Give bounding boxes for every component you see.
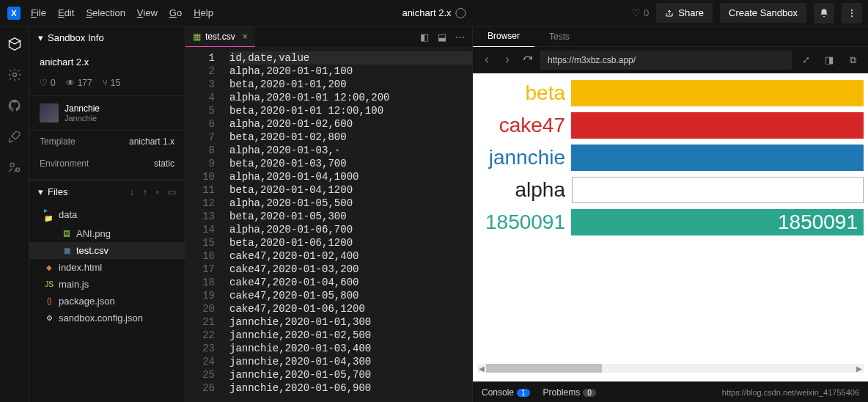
more-icon[interactable] — [842, 3, 862, 23]
file-name: package.json — [59, 296, 115, 307]
horizontal-scrollbar[interactable]: ◀ ▶ — [477, 364, 864, 373]
bar-label: beta — [477, 81, 571, 105]
activity-github-icon[interactable] — [7, 98, 22, 113]
sidebar: ▾ Sandbox Info anichart 2.x ♡ 0 👁 177 ⑂ … — [29, 26, 185, 402]
sandbox-info-header[interactable]: ▾ Sandbox Info — [29, 26, 185, 49]
file-name: main.js — [59, 279, 89, 290]
tab-browser[interactable]: Browser — [473, 26, 534, 47]
preview-newwindow-icon[interactable]: ⧉ — [843, 54, 862, 66]
preview-expand-icon[interactable]: ⤢ — [796, 54, 815, 65]
menu-file[interactable]: File — [31, 7, 46, 18]
split-right-icon[interactable]: ◧ — [420, 32, 429, 43]
svg-point-4 — [10, 163, 14, 167]
activity-rocket-icon[interactable] — [7, 129, 22, 144]
stat-likes: ♡ 0 — [40, 78, 56, 88]
menu-help[interactable]: Help — [194, 7, 213, 18]
bell-icon[interactable] — [814, 3, 834, 23]
file-item-data[interactable]: ▸ 📁data — [29, 203, 185, 225]
file-item-ANI-png[interactable]: 🖼ANI.png — [29, 225, 185, 242]
main: ▾ Sandbox Info anichart 2.x ♡ 0 👁 177 ⑂ … — [0, 26, 868, 402]
preview-frame: betacake47jannchiealpha18500911850091 ◀ … — [473, 73, 868, 381]
files-header[interactable]: ▾ Files ↓ ↑ ▫ ▭ — [29, 180, 185, 203]
project-title[interactable]: anichart 2.x — [402, 7, 466, 18]
menu-selection[interactable]: Selection — [86, 7, 125, 18]
file-icon: {} — [44, 297, 54, 305]
file-item-main-js[interactable]: JSmain.js — [29, 276, 185, 293]
file-item-package-json[interactable]: {}package.json — [29, 293, 185, 310]
share-button[interactable]: Share — [656, 3, 713, 23]
stat-views: 👁 177 — [66, 78, 92, 88]
bar-label: cake47 — [477, 114, 571, 137]
bar-rect — [571, 112, 864, 139]
gutter: 1234567891011121314151617181920212223242… — [185, 47, 221, 402]
project-stats: ♡ 0 👁 177 ⑂ 15 — [29, 75, 185, 96]
preview-bottom-bar: Console1 Problems0 https://blog.csdn.net… — [473, 381, 868, 402]
files-title: Files — [48, 186, 67, 197]
close-icon[interactable]: × — [243, 32, 248, 42]
file-item-index-html[interactable]: ◆index.html — [29, 259, 185, 276]
bar-rect — [571, 145, 864, 171]
chart-area: betacake47jannchiealpha18500911850091 — [477, 79, 864, 236]
bar-label: jannchie — [477, 146, 571, 169]
file-item-sandbox-config-json[interactable]: ⚙sandbox.config.json — [29, 310, 185, 326]
split-bottom-icon[interactable]: ⬓ — [438, 32, 446, 43]
back-icon[interactable] — [479, 52, 495, 68]
menu-go[interactable]: Go — [169, 7, 182, 18]
chevron-down-icon: ▾ — [38, 32, 43, 43]
activity-settings-icon[interactable] — [7, 67, 22, 82]
code-area[interactable]: id,date,valuealpha,2020-01-01,100beta,20… — [221, 47, 472, 402]
author-name: Jannchie — [65, 103, 100, 114]
bar-1850091: 18500911850091 — [477, 208, 864, 236]
menu-view[interactable]: View — [137, 7, 158, 18]
meta-template: Template anichart 1.x — [29, 131, 185, 153]
meta-environment: Environment static — [29, 153, 185, 180]
author-handle: Jannchie — [65, 114, 100, 123]
like-button[interactable]: ♡ 0 — [632, 7, 649, 18]
preview-split-icon[interactable]: ◨ — [820, 54, 839, 65]
file-icon: ◆ — [44, 263, 54, 271]
file-icon: ⚙ — [44, 314, 54, 322]
activity-live-icon[interactable] — [7, 160, 22, 175]
tab-label: test.csv — [205, 32, 235, 42]
bar-label: alpha — [477, 178, 571, 202]
bar-beta: beta — [477, 79, 864, 107]
template-link[interactable]: anichart 1.x — [129, 136, 174, 147]
bar-cake47: cake47 — [477, 112, 864, 139]
console-tab[interactable]: Console1 — [482, 387, 530, 398]
forward-icon[interactable] — [499, 52, 515, 68]
create-sandbox-button[interactable]: Create Sandbox — [720, 3, 806, 23]
logo[interactable]: X — [7, 7, 21, 20]
bar-alpha: alpha — [477, 176, 864, 204]
download-icon[interactable]: ↓ — [130, 187, 134, 197]
file-icon: ▸ 📁 — [44, 206, 54, 222]
menu-edit[interactable]: Edit — [58, 7, 74, 18]
url-input[interactable] — [540, 51, 792, 70]
editor-body[interactable]: 1234567891011121314151617181920212223242… — [185, 47, 472, 402]
bar-rect — [571, 80, 864, 106]
new-folder-icon[interactable]: ▭ — [168, 187, 176, 197]
file-tree: ▸ 📁data🖼ANI.png▦test.csv◆index.htmlJSmai… — [29, 203, 185, 326]
file-name: data — [59, 209, 77, 220]
tab-more-icon[interactable]: ⋯ — [455, 32, 465, 43]
project-name[interactable]: anichart 2.x — [29, 49, 185, 75]
problems-tab[interactable]: Problems0 — [543, 387, 596, 398]
svg-point-1 — [851, 12, 853, 13]
new-file-icon[interactable]: ▫ — [156, 187, 159, 197]
url-bar: ⤢ ◨ ⧉ — [473, 47, 868, 73]
tab-test-csv[interactable]: ▦ test.csv × — [185, 26, 255, 47]
editor-tabs: ▦ test.csv × ◧ ⬓ ⋯ — [185, 26, 472, 47]
activity-info-icon[interactable] — [7, 37, 22, 51]
file-name: index.html — [59, 262, 102, 273]
scroll-right-icon[interactable]: ▶ — [855, 365, 864, 373]
refresh-icon[interactable] — [520, 52, 536, 68]
watermark: https://blog.csdn.net/weixin_41755406 — [722, 388, 859, 397]
scroll-thumb[interactable] — [486, 364, 602, 373]
file-item-test-csv[interactable]: ▦test.csv — [29, 242, 185, 259]
upload-icon[interactable]: ↑ — [143, 187, 147, 197]
avatar — [40, 103, 59, 123]
author-row[interactable]: Jannchie Jannchie — [29, 96, 185, 131]
tab-tests[interactable]: Tests — [534, 26, 584, 47]
scroll-left-icon[interactable]: ◀ — [477, 365, 486, 373]
editor-column: ▦ test.csv × ◧ ⬓ ⋯ 123456789101112131415… — [185, 26, 473, 402]
sandbox-info-title: Sandbox Info — [48, 32, 104, 43]
